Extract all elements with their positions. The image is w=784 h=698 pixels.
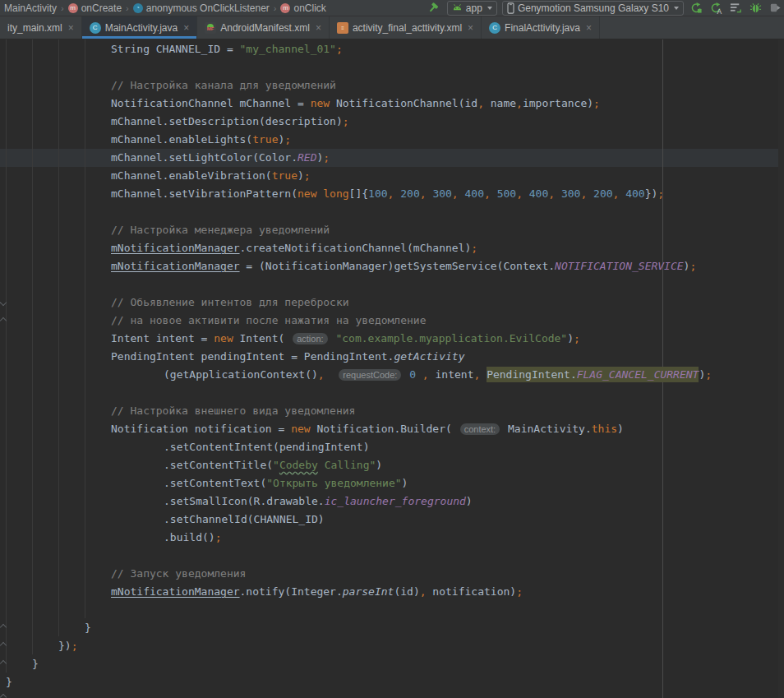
attach-debugger-button[interactable]	[768, 1, 782, 16]
profiler-button[interactable]	[728, 1, 743, 16]
close-icon[interactable]: ×	[586, 22, 592, 34]
tab-androidmanifest.xml[interactable]: MFAndroidManifest.xml×	[197, 16, 330, 39]
code-token: parseInt	[343, 585, 394, 598]
tab-label: activity_final_acttivity.xml	[353, 22, 462, 34]
close-icon[interactable]: ×	[316, 22, 321, 34]
code-line[interactable]: mChannel.setDescription(description);	[0, 113, 784, 131]
breadcrumb-item-mainactivity[interactable]: MainActivity	[2, 2, 59, 14]
module-selector-dropdown[interactable]: app	[447, 1, 497, 16]
code-line[interactable]: .setChannelId(CHANNEL_ID)	[0, 511, 784, 529]
fold-marker-icon[interactable]	[0, 694, 7, 698]
breadcrumb-item-oncreate[interactable]: monCreate	[66, 2, 124, 14]
anonymous-class-icon: ◔	[133, 3, 143, 13]
code-token	[325, 368, 338, 381]
tab-activity_final_acttivity.xml[interactable]: ≡activity_final_acttivity.xml×	[330, 16, 482, 39]
code-line[interactable]: }	[0, 673, 784, 691]
tab-label: AndroidManifest.xml	[220, 22, 310, 34]
code-token: getActivity	[394, 350, 464, 363]
device-selector-dropdown[interactable]: Genymotion Samsung Galaxy S10	[502, 1, 684, 16]
code-token: "	[273, 459, 279, 471]
code-line[interactable]: PendingIntent pendingIntent = PendingInt…	[0, 348, 784, 366]
breadcrumb-separator: ›	[124, 3, 131, 13]
parameter-hint-inlay[interactable]: context:	[460, 423, 500, 435]
build-hammer-icon[interactable]	[427, 1, 442, 16]
code-line[interactable]: });	[0, 637, 784, 655]
tab-mainactivity.java[interactable]: CMainActivity.java×	[82, 16, 198, 39]
code-token: ;	[284, 133, 291, 146]
tab-finalacttivity.java[interactable]: CFinalActtivity.java×	[482, 16, 600, 39]
code-token: // Настройка канала для уведомлений	[111, 79, 336, 91]
apply-changes-button[interactable]	[689, 1, 703, 16]
code-line[interactable]: mChannel.enableVibration(true);	[0, 167, 784, 185]
code-line[interactable]: (getApplicationContext(), requestCode: 0…	[0, 366, 784, 384]
breadcrumb: MainActivity›monCreate›◔anonymous OnClic…	[0, 0, 329, 16]
code-line[interactable]: // Настройка канала для уведомлений	[0, 76, 784, 95]
code-line[interactable]: .setContentText("Открыть уведомление")	[0, 474, 784, 492]
debug-button[interactable]	[748, 1, 763, 16]
code-line[interactable]: // Настройка внешнего вида уведомления	[0, 402, 784, 420]
code-token: mChannel.enableVibration(	[111, 169, 272, 182]
code-token: (id)	[394, 585, 419, 598]
hammer-icon	[428, 2, 440, 14]
apply-code-changes-button[interactable]: A	[708, 1, 723, 16]
code-line[interactable]: mNotificationManager = (NotificationMana…	[0, 257, 784, 275]
code-line[interactable]: mNotificationManager.notify(Integer.pars…	[0, 583, 784, 601]
code-line[interactable]: mChannel.setVibrationPattern(new long[]{…	[0, 185, 784, 203]
code-line[interactable]: // на новое активити после нажатия на ув…	[0, 312, 784, 330]
code-line[interactable]: .setContentTitle("Codeby Calling")	[0, 456, 784, 474]
code-line[interactable]: mChannel.enableLights(true);	[0, 131, 784, 149]
code-token: 200	[400, 187, 419, 200]
svg-text:A: A	[717, 7, 722, 14]
code-line[interactable]: String CHANNEL_ID = "my_channel_01";	[0, 40, 784, 58]
close-icon[interactable]: ×	[68, 22, 74, 34]
code-line[interactable]: }	[0, 619, 784, 637]
code-token: 500	[497, 187, 516, 200]
code-line[interactable]: Intent intent = new Intent( action: "com…	[0, 330, 784, 348]
java-class-icon: C	[489, 22, 500, 34]
code-token: mNotificationManager	[111, 585, 240, 598]
code-area[interactable]: String CHANNEL_ID = "my_channel_01";// Н…	[0, 40, 784, 691]
code-line[interactable]	[0, 384, 784, 402]
code-line[interactable]: .setSmallIcon(R.drawable.ic_launcher_for…	[0, 492, 784, 511]
code-token: 400	[465, 187, 484, 200]
code-line[interactable]: }	[0, 655, 784, 673]
code-token: ;	[215, 531, 222, 543]
code-token: mNotificationManager	[111, 242, 240, 254]
tab-ity_main.xml[interactable]: ity_main.xml×	[0, 16, 82, 39]
breadcrumb-item-onclick[interactable]: monClick	[278, 2, 328, 14]
parameter-hint-inlay[interactable]: requestCode:	[339, 369, 401, 381]
parameter-hint-inlay[interactable]: action:	[293, 333, 327, 344]
code-token: new	[297, 187, 316, 200]
code-line[interactable]	[0, 547, 784, 565]
code-line[interactable]: .build();	[0, 529, 784, 547]
code-token: intent	[429, 368, 474, 381]
code-token: Calling"	[318, 459, 376, 471]
code-token: // Запуск уведомления	[111, 567, 246, 580]
code-token: new	[311, 97, 330, 109]
code-token: // Настройка внешнего вида уведомления	[111, 404, 355, 417]
code-line[interactable]	[0, 58, 784, 76]
code-line[interactable]: mChannel.setLightColor(Color.RED);	[0, 149, 784, 167]
layout-xml-icon: ≡	[337, 22, 348, 34]
code-token: ,	[420, 585, 427, 598]
apply-code-changes-icon: A	[710, 2, 722, 14]
code-line[interactable]: Notification notification = new Notifica…	[0, 420, 784, 438]
code-token: 300	[561, 187, 580, 200]
code-line[interactable]: // Запуск уведомления	[0, 565, 784, 583]
code-line[interactable]: NotificationChannel mChannel = new Notif…	[0, 95, 784, 113]
close-icon[interactable]: ×	[183, 22, 189, 34]
method-icon: m	[68, 3, 78, 13]
code-line[interactable]: // Обьявление интентов для переброски	[0, 294, 784, 312]
code-line[interactable]: // Настройка менеджера уведомлений	[0, 221, 784, 239]
code-token: this	[592, 423, 617, 435]
code-line[interactable]: .setContentIntent(pendingIntent)	[0, 438, 784, 456]
code-line[interactable]: mNotificationManager.createNotificationC…	[0, 239, 784, 257]
code-line[interactable]	[0, 203, 784, 221]
code-line[interactable]	[0, 601, 784, 619]
code-line[interactable]	[0, 275, 784, 294]
code-token: Notification.Builder(	[311, 423, 459, 435]
code-editor[interactable]: String CHANNEL_ID = "my_channel_01";// Н…	[0, 39, 784, 698]
breadcrumb-item-anonymous-onclicklistener[interactable]: ◔anonymous OnClickListener	[131, 2, 272, 14]
close-icon[interactable]: ×	[468, 22, 473, 34]
code-token: Codeby	[279, 459, 318, 471]
